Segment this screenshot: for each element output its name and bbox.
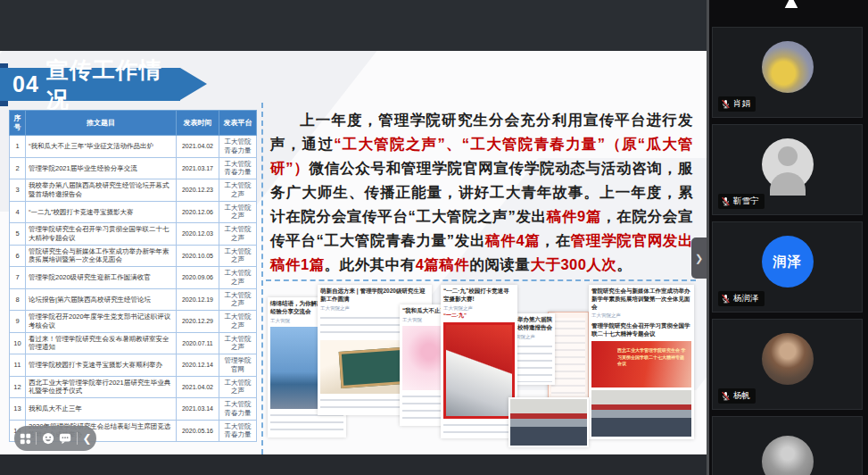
panel-resize-edge[interactable]	[707, 0, 709, 475]
article-card: “一二·九”校园打卡竞速寻宝摄影大赛! 工大管院之声 “一二·九”	[441, 285, 517, 438]
avatar	[762, 41, 814, 93]
chevron-right-icon: ❯	[695, 253, 703, 264]
participant-tile[interactable]: 杨帆	[712, 319, 863, 410]
table-row: 3我校举办第八届陕西高校研究生经管论坛开幕式暨首场特邀报告会2020.12.23…	[10, 179, 257, 202]
participant-name-badge: 肖娟	[718, 96, 756, 112]
summary-paragraph: 上一年度，管理学院研究生分会充分利用宣传平台进行发声，通过“工大管院之声”、“工…	[270, 108, 693, 277]
mic-muted-icon	[721, 294, 731, 304]
col-header-title: 推文题目	[26, 111, 177, 136]
article-headline: 萌新自远方来 | 管理学院2020级研究生迎新工作圆满	[320, 288, 429, 304]
section-title-text: 宣传工作情况	[46, 55, 180, 114]
avatar-initials: 润泽	[762, 236, 814, 288]
article-headline: 管院研究生会与新媒体工作室成功举办新学年素质拓展培训暨第一次全体见面会	[591, 288, 691, 311]
avatar-photo	[762, 333, 814, 385]
paragraph-segment: 。此外其中有	[325, 256, 416, 272]
chevron-left-icon[interactable]: ❮	[82, 433, 91, 444]
dashed-divider-vertical	[261, 103, 263, 454]
table-row: 10看过来！管理学院研究生会发布暑期教研室安全管理通知2020.07.11工大管…	[10, 332, 257, 354]
mic-muted-icon	[721, 391, 731, 401]
col-header-platform: 发表平台	[219, 111, 257, 136]
banner-caption: 西北工业大学管理学院研究生会 学习贯彻全国学联二十七大精神专题会议	[617, 347, 687, 368]
participant-name: 靳雪宁	[733, 196, 759, 207]
toolbar-divider	[36, 432, 37, 445]
participant-tile[interactable]: 润泽 杨润泽	[712, 221, 863, 312]
section-number: 04	[12, 71, 39, 97]
participant-name: 杨帆	[733, 390, 750, 402]
article-card: 管院研究生会与新媒体工作室成功举办新学年素质拓展培训暨第一次全体见面会 工大管院…	[589, 285, 694, 439]
article-meta: 工大管院之声	[591, 312, 691, 319]
paragraph-segment: 的阅读量	[469, 256, 530, 272]
meeting-floating-toolbar[interactable]: ❮	[14, 426, 96, 451]
avatar-silhouette	[762, 138, 814, 190]
article-meta: 工大管院之声	[443, 305, 515, 312]
article-photo-red-flag	[443, 322, 515, 419]
paragraph-segment: ，在	[540, 232, 570, 248]
participant-tile[interactable]	[712, 416, 863, 475]
participant-tile[interactable]: 靳雪宁	[712, 124, 863, 215]
mic-muted-icon	[721, 196, 731, 206]
paragraph-segment-highlight: 4篇稿件	[416, 256, 470, 272]
article-headline: 管理学院研究生会召开学习贯彻全国学联二十七大精神专题会议	[591, 322, 691, 338]
table-row: 5管理学院研究生会召开学习贯彻全国学联二十七大精神专题会议2020.12.03工…	[10, 223, 257, 246]
paragraph-segment-highlight: 稿件9篇	[547, 208, 601, 224]
smiley-icon[interactable]	[42, 432, 54, 445]
table-row: 6管院研究生会与新媒体工作室成功举办新学年素质拓展培训暨第一次全体见面会2020…	[10, 245, 257, 267]
dashed-divider-horizontal	[266, 279, 696, 281]
participant-tile[interactable]: 肖娟	[712, 27, 863, 118]
table-row: 7管理学院2020级研究生迎新工作圆满收官2020.09.06工大管院之声	[10, 267, 257, 289]
article-body-placeholder	[443, 421, 515, 436]
participant-name-badge: 杨润泽	[718, 291, 765, 306]
participant-name-badge: 杨帆	[718, 388, 756, 404]
article-photo-red-banner: 西北工业大学管理学院研究生会 学习贯彻全国学联二十七大精神专题会议	[591, 341, 691, 388]
publications-table: 序号 推文题目 发表时间 发表平台 1“我和瓜大不止三年”毕业征文活动作品出炉2…	[9, 110, 257, 442]
toolbar-divider	[77, 432, 78, 445]
screenshare-bottom-bar	[0, 454, 707, 475]
paragraph-segment-highlight: 稿件4篇	[485, 232, 540, 248]
table-row: 13我和瓜大不止三年2021.03.14工大管院青春力量	[10, 398, 257, 421]
slide-section-title: 04 宣传工作情况	[0, 68, 180, 101]
apps-grid-icon[interactable]	[20, 433, 31, 445]
article-photo-lecture-hall	[591, 390, 691, 437]
table-row: 4“一二九”校园打卡竞速寻宝摄影大赛2020.12.06工大管院之声	[10, 201, 257, 223]
table-row: 11管理学院校园打卡竞速寻宝摄影大赛顺利举办2020.12.14管理学院官网	[10, 354, 257, 377]
panel-expand-handle[interactable]: ❯	[691, 238, 707, 279]
table-row: 9管理学院召开2020年度学生党支部书记述职评议考核会议2020.12.29工大…	[10, 311, 257, 333]
article-card	[508, 397, 589, 447]
table-row: 1“我和瓜大不止三年”毕业征文活动作品出炉2021.04.02工大管院青春力量	[10, 136, 257, 158]
paragraph-segment-highlight: 大于300人次	[530, 256, 616, 272]
mic-muted-icon	[721, 99, 731, 109]
article-body-placeholder	[551, 318, 585, 396]
col-header-no: 序号	[10, 111, 26, 136]
col-header-date: 发表时间	[177, 111, 219, 136]
participant-name-badge: 靳雪宁	[718, 194, 765, 209]
participants-panel: 肖娟 靳雪宁 润泽 杨润泽 杨帆	[707, 0, 868, 475]
arrow-up-icon[interactable]	[780, 0, 803, 8]
table-row: 2管理学院2021届毕业生经验分享交流2021.03.17工大管院青春力量	[10, 157, 257, 179]
table-row: 8论坛报告|第六届陕西高校研究生经管论坛2020.12.19工大管院之声	[10, 288, 257, 311]
article-screenshot-collage: 绵绵结语，为你解惑 | 毕业经验分享交流会 工大管院 萌新自远方来 | 管理学院…	[266, 283, 696, 454]
avatar-photo-grayscale	[762, 436, 814, 475]
participant-name: 肖娟	[733, 98, 750, 110]
article-headline: “一二·九”校园打卡竞速寻宝摄影大赛!	[443, 288, 515, 304]
article-photo-lecture-hall	[510, 399, 587, 446]
table-row: 12西北工业大学管理学院举行2021届研究生毕业典礼暨学位授予仪式2021.04…	[10, 376, 257, 398]
paragraph-segment: 。	[616, 256, 632, 272]
flag-caption: “一二·九”	[443, 312, 515, 320]
shared-slide: 04 宣传工作情况 序号 推文题目 发表时间 发表平台 1“我和瓜大不止三年”毕…	[0, 51, 707, 454]
screenshare-top-bar	[0, 0, 707, 51]
table-header-row: 序号 推文题目 发表时间 发表平台	[10, 111, 257, 136]
participant-name: 杨润泽	[733, 293, 759, 304]
chat-bubble-icon[interactable]	[59, 432, 71, 445]
